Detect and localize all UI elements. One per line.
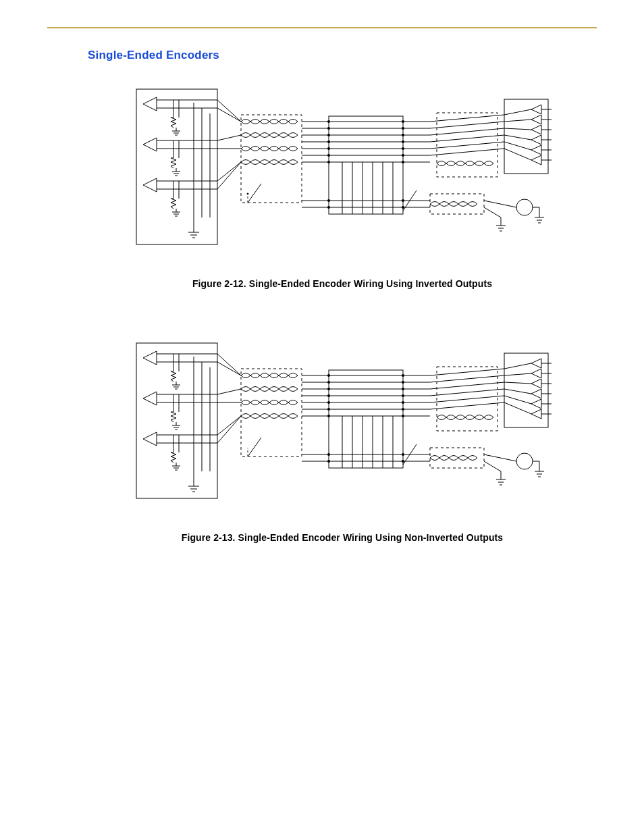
svg-line-87 [430,115,504,122]
svg-line-46 [217,162,241,181]
section-heading: Single-Ended Encoders [88,49,597,62]
svg-marker-219 [531,359,541,368]
document-page: Single-Ended Encoders [0,0,644,631]
svg-line-168 [217,362,241,375]
svg-point-67 [327,147,330,150]
svg-point-194 [402,408,404,411]
svg-point-62 [402,127,404,130]
svg-marker-95 [531,105,541,114]
svg-point-70 [402,154,404,157]
svg-line-44 [217,135,241,140]
svg-line-91 [430,142,504,149]
svg-line-215 [430,396,504,402]
svg-line-234 [504,389,531,394]
svg-point-193 [327,408,330,411]
svg-line-174 [248,438,261,457]
svg-point-191 [327,401,330,404]
svg-point-65 [327,140,330,143]
svg-point-113 [516,199,533,215]
svg-marker-144 [143,432,157,446]
svg-point-185 [327,381,330,384]
svg-marker-1 [143,97,157,111]
svg-point-237 [516,453,533,469]
svg-rect-175 [329,370,403,468]
svg-rect-41 [241,115,302,203]
svg-marker-98 [531,135,541,145]
svg-marker-19 [143,178,157,192]
svg-point-61 [327,127,330,130]
svg-line-213 [430,382,504,389]
svg-line-111 [504,142,531,150]
svg-point-69 [327,154,330,157]
svg-point-187 [327,388,330,390]
svg-marker-96 [531,115,541,124]
svg-line-171 [217,416,241,435]
svg-point-60 [402,120,404,123]
svg-point-183 [327,374,330,377]
svg-line-43 [217,108,241,122]
svg-point-192 [402,401,404,404]
svg-point-189 [327,394,330,397]
svg-line-167 [217,354,241,375]
svg-point-59 [327,120,330,123]
svg-point-71 [327,161,330,163]
svg-line-169 [217,389,241,394]
svg-line-239 [484,461,501,471]
svg-point-63 [327,134,330,136]
svg-marker-220 [531,369,541,378]
figure-2-12: Figure 2-12. Single-Ended Encoder Wiring… [88,82,597,289]
svg-line-235 [504,396,531,404]
svg-rect-0 [136,89,217,244]
svg-line-107 [504,109,531,115]
svg-point-186 [402,381,404,384]
svg-marker-135 [143,392,157,405]
svg-line-112 [504,149,531,160]
svg-line-92 [430,149,504,155]
svg-line-110 [504,135,531,140]
svg-marker-221 [531,379,541,388]
svg-marker-126 [143,351,157,365]
svg-rect-217 [430,448,484,468]
svg-marker-223 [531,399,541,409]
svg-line-231 [504,363,531,369]
svg-point-68 [402,147,404,150]
svg-rect-166 [241,369,302,457]
svg-rect-51 [329,116,403,214]
svg-line-42 [217,100,241,122]
svg-point-64 [402,134,404,136]
wiring-diagram-noninverted-icon [126,336,558,512]
svg-line-114 [484,201,516,207]
svg-point-66 [402,140,404,143]
svg-line-233 [504,382,531,384]
svg-line-216 [430,402,504,409]
figure-2-12-caption: Figure 2-12. Single-Ended Encoder Wiring… [88,278,597,289]
svg-marker-99 [531,145,541,155]
svg-line-88 [430,122,504,128]
svg-line-212 [430,375,504,382]
svg-line-49 [248,184,261,203]
svg-marker-10 [143,138,157,151]
svg-line-238 [484,454,516,461]
svg-line-214 [430,389,504,396]
svg-point-196 [402,415,404,417]
svg-line-211 [430,369,504,375]
svg-rect-125 [136,343,217,498]
svg-point-195 [327,415,330,417]
svg-rect-93 [430,194,484,214]
svg-line-109 [504,128,531,130]
svg-line-232 [504,373,531,375]
svg-marker-97 [531,125,541,134]
svg-point-190 [402,394,404,397]
svg-marker-224 [531,409,541,419]
figure-2-13-caption: Figure 2-13. Single-Ended Encoder Wiring… [88,532,597,543]
wiring-diagram-inverted-icon [126,82,558,258]
svg-point-188 [402,388,404,390]
svg-line-108 [504,120,531,122]
svg-line-115 [484,207,501,217]
figure-2-13: Figure 2-13. Single-Ended Encoder Wiring… [88,336,597,543]
svg-marker-100 [531,155,541,165]
svg-line-236 [504,402,531,414]
svg-point-50 [247,193,248,194]
header-rule [47,27,597,28]
svg-line-47 [217,162,241,189]
